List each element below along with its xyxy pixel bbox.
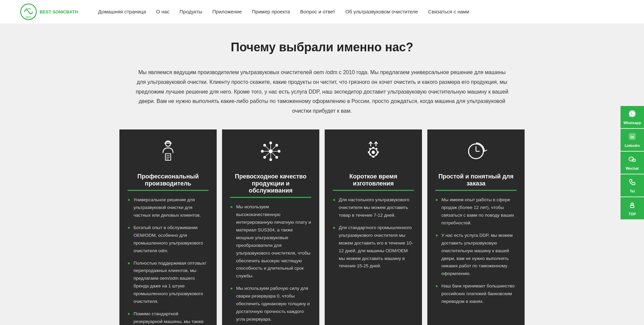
card-order: Простой и понятный длязаказа Мы имеем оп… [427, 129, 525, 325]
card1-point3: Полностью поддерживая оптовых/перепродаж… [127, 260, 209, 306]
top-button[interactable]: TOP [621, 197, 644, 219]
card4-icon [435, 140, 517, 166]
card-professional: Профессиональныйпроизводитель Универсаль… [119, 129, 217, 325]
svg-rect-33 [375, 148, 378, 150]
card4-point2: У нас есть услуга DDP, мы можем доставит… [435, 232, 517, 278]
card2-icon [230, 140, 311, 166]
wechat-button[interactable]: Wechat [621, 152, 644, 174]
tel-icon [628, 178, 637, 188]
nav-item-app[interactable]: Приложение [212, 9, 242, 15]
logo-text: BEST SONICBATH [40, 9, 78, 14]
navbar: BEST SONIC BEST SONICBATH Домашняя стран… [0, 0, 644, 23]
svg-point-9 [269, 149, 273, 153]
svg-point-49 [634, 160, 635, 161]
card3-title: Короткое времяизготовления [333, 173, 414, 191]
top-label: TOP [629, 212, 636, 216]
card4-point3: Наш банк принимает большинство российски… [435, 282, 517, 306]
svg-text:BEST: BEST [26, 16, 31, 18]
svg-rect-32 [369, 148, 371, 150]
svg-rect-30 [368, 151, 370, 153]
svg-line-22 [266, 146, 269, 150]
card3-point1: Для настольного ультразвукового очистите… [333, 196, 414, 219]
card4-point1: Мы имеем опыт работы в сфере продаж (бол… [435, 196, 517, 227]
svg-point-47 [632, 159, 632, 159]
intro-section: Мы являемся ведущим производителем ультр… [121, 61, 523, 129]
wechat-label: Wechat [626, 166, 639, 170]
nav-links: Домашняя страница О нас Продукты Приложе… [98, 9, 470, 15]
svg-line-25 [272, 153, 276, 156]
intro-text: Мы являемся ведущим производителем ультр… [134, 68, 510, 116]
nav-item-about[interactable]: О нас [156, 9, 169, 15]
nav-item-products[interactable]: Продукты [179, 9, 202, 15]
nav-item-faq[interactable]: Вопрос и ответ [300, 9, 335, 15]
card2-point1: Мы используем высококачественную интегри… [230, 203, 311, 280]
cards-section: Профессиональныйпроизводитель Универсаль… [0, 129, 644, 325]
svg-point-27 [372, 151, 375, 154]
linkedin-icon: in [628, 132, 637, 142]
card1-title: Профессиональныйпроизводитель [127, 173, 209, 191]
wechat-icon [628, 155, 637, 165]
svg-point-11 [269, 158, 272, 161]
logo-area: BEST SONIC BEST SONICBATH [20, 3, 78, 20]
svg-point-14 [263, 144, 266, 147]
linkedin-label: Linkedin [625, 144, 640, 148]
svg-text:SONIC: SONIC [26, 8, 31, 10]
nav-item-home[interactable]: Домашняя страница [98, 9, 146, 15]
card-quality: Превосходное качествопродукции и обслужи… [222, 129, 319, 325]
card2-point2: Мы используем рабочую силу для сварки ре… [230, 285, 311, 323]
card3-icon [333, 140, 414, 166]
svg-line-24 [266, 153, 269, 156]
nav-item-contact[interactable]: Связаться с нами [428, 9, 469, 15]
svg-point-12 [261, 150, 264, 153]
tel-label: Tel [630, 189, 635, 193]
svg-point-48 [633, 160, 634, 161]
svg-rect-5 [165, 154, 171, 160]
svg-point-52 [632, 204, 633, 205]
card4-title: Простой и понятный длязаказа [435, 173, 517, 191]
whatsapp-label: Whatsapp [624, 121, 641, 125]
floating-sidebar: Whatsapp in Linkedin Wechat [621, 106, 644, 219]
logo-icon: BEST SONIC [20, 3, 37, 20]
card1-body: Универсальное решение для ультразвуковой… [127, 196, 209, 325]
card1-point2: Богатый опыт в обслуживании OEM/ODM, осо… [127, 224, 209, 255]
card1-icon [127, 140, 209, 166]
page-title: Почему выбрали именно нас? [7, 40, 637, 54]
card2-title: Превосходное качествопродукции и обслужи… [230, 173, 311, 198]
card3-body: Для настольного ультразвукового очистите… [333, 196, 414, 270]
svg-rect-31 [377, 151, 379, 153]
nav-item-project[interactable]: Пример проекта [252, 9, 290, 15]
svg-point-17 [275, 156, 278, 159]
card-delivery: Короткое времяизготовления Для настольно… [325, 129, 422, 325]
card1-point1: Универсальное решение для ультразвуковой… [127, 196, 209, 219]
svg-point-46 [630, 159, 631, 159]
svg-text:in: in [631, 134, 635, 139]
nav-item-about-cleaner[interactable]: Об ультразвуковом очистителе [345, 9, 418, 15]
top-icon [628, 201, 637, 211]
svg-rect-28 [372, 147, 374, 149]
card3-point2: Для стандартного промышленного ультразву… [333, 224, 414, 270]
linkedin-button[interactable]: in Linkedin [621, 129, 644, 151]
card1-point4: Помимо стандартной резервуарной машины, … [127, 310, 209, 325]
svg-rect-29 [372, 156, 374, 158]
card2-body: Мы используем высококачественную интегри… [230, 203, 311, 325]
card4-body: Мы имеем опыт работы в сфере продаж (бол… [435, 196, 517, 306]
svg-point-13 [278, 150, 280, 153]
svg-point-15 [275, 144, 278, 147]
page-title-section: Почему выбрали именно нас? [0, 23, 644, 61]
svg-line-23 [272, 146, 276, 150]
whatsapp-icon [628, 109, 637, 119]
svg-point-16 [263, 156, 266, 159]
tel-button[interactable]: Tel [621, 174, 644, 197]
whatsapp-button[interactable]: Whatsapp [621, 106, 644, 128]
svg-point-10 [269, 142, 272, 144]
